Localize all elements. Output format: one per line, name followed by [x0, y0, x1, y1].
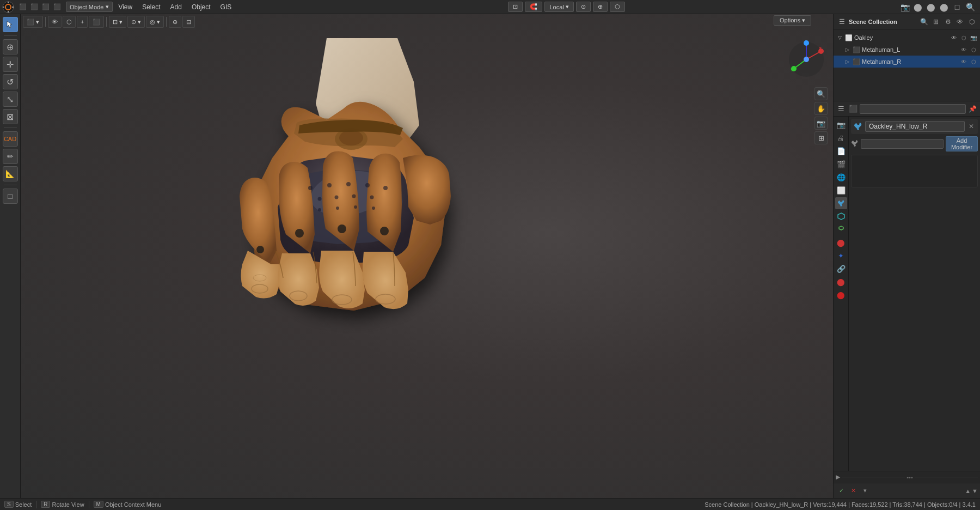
transform-pivot-btn[interactable]: ⊡: [508, 2, 523, 12]
add-tool-btn[interactable]: □: [3, 189, 18, 204]
add-menu[interactable]: Add: [166, 2, 186, 12]
annotate-tool-btn[interactable]: ✏: [3, 149, 18, 164]
cursor-tool-btn[interactable]: ⊕: [3, 39, 18, 54]
oakley-visibility-icon[interactable]: 👁: [950, 33, 958, 42]
viewport-add-btn[interactable]: +: [77, 16, 88, 28]
object-menu[interactable]: Object: [187, 2, 215, 12]
mr-visibility-icon[interactable]: 👁: [959, 57, 968, 66]
world-props-tab[interactable]: 🌐: [835, 171, 847, 183]
props-search-input[interactable]: [860, 104, 966, 114]
props-type-icon[interactable]: ⬛: [848, 104, 859, 114]
shader-icon-btn[interactable]: ⬛: [40, 2, 51, 13]
view-layer-props-tab[interactable]: 📄: [835, 145, 847, 157]
outliner-expand-icon[interactable]: ⊞: [931, 17, 941, 27]
constraint-props-tab[interactable]: 🔗: [835, 263, 847, 275]
viewport-shading-solid-btn[interactable]: ⬤: [912, 2, 923, 13]
scripting-icon-btn[interactable]: ⬛: [52, 2, 63, 13]
select-menu[interactable]: Select: [138, 2, 164, 12]
modifier-props-tab[interactable]: [835, 197, 847, 209]
chevron-down-icon[interactable]: ▾: [860, 485, 871, 496]
ml-select-icon[interactable]: ⬡: [969, 45, 978, 54]
check-active-icon[interactable]: ✓: [836, 485, 847, 496]
modifier-search-input[interactable]: [861, 139, 944, 149]
object-data-props-tab[interactable]: ⬤: [835, 276, 847, 288]
viewport[interactable]: ⬛ ▾ 👁 ⬡ + ⬛ ⊡ ▾ ⊙ ▾: [21, 14, 833, 498]
outliner-menu-icon[interactable]: ☰: [837, 17, 847, 27]
search-icon-btn[interactable]: 🔍: [965, 2, 976, 13]
viewport-snap-magnetic-btn[interactable]: ⊙ ▾: [127, 16, 145, 28]
particles-props-tab[interactable]: ✦: [835, 250, 847, 262]
cad-tool-btn[interactable]: CAD: [3, 131, 18, 147]
svg-point-27: [370, 196, 374, 199]
select-tool-btn[interactable]: [3, 17, 18, 32]
oakley-render-icon[interactable]: 📷: [969, 33, 978, 42]
viewport-shading-wire-btn[interactable]: □: [952, 2, 963, 13]
metahuman-l-actions: 👁 ⬡: [959, 45, 978, 54]
scale-tool-btn[interactable]: ⤡: [3, 92, 18, 107]
viewport-mirror-btn[interactable]: ⊟: [182, 16, 195, 28]
snap-btn[interactable]: 🧲: [525, 2, 542, 12]
viewport-pivot-btn[interactable]: ⊡ ▾: [109, 16, 126, 28]
up-arrow-icon[interactable]: ▲: [965, 488, 971, 494]
render-icon-btn[interactable]: 📷: [899, 2, 910, 13]
overlay-btn[interactable]: ⬡: [610, 2, 625, 12]
physics-props-tab[interactable]: ⬤: [835, 289, 847, 301]
snapping-extra-btn[interactable]: ⊕: [593, 2, 608, 12]
viewport-proportional-btn[interactable]: ◎ ▾: [146, 16, 164, 28]
viewport-shading-rendered-btn[interactable]: ⬤: [939, 2, 950, 13]
local-view-btn[interactable]: Local ▾: [544, 2, 573, 12]
props-menu-icon[interactable]: ☰: [836, 104, 847, 114]
rotate-label: Rotate View: [52, 501, 84, 508]
object-props-tab[interactable]: ⬜: [835, 184, 847, 196]
ml-visibility-icon[interactable]: 👁: [959, 45, 968, 54]
outliner-select-icon[interactable]: ⬡: [967, 17, 977, 27]
props-pin-icon[interactable]: 📌: [967, 104, 978, 114]
view-menu[interactable]: View: [114, 2, 137, 12]
scene-props-tab[interactable]: 🎬: [835, 158, 847, 170]
viewport-mode-btn[interactable]: ⬛ ▾: [23, 16, 43, 28]
mr-select-icon[interactable]: ⬡: [969, 57, 978, 66]
timeline-icon-btn[interactable]: ⬛: [29, 2, 40, 13]
viewport-snap-btn[interactable]: ⊕: [169, 16, 181, 28]
object-mode-selector[interactable]: Object Mode ▾: [66, 2, 113, 12]
viewport-shading-material-btn[interactable]: ⬤: [926, 2, 936, 13]
gis-menu[interactable]: GIS: [216, 2, 236, 12]
outliner-eye-icon[interactable]: 👁: [955, 17, 965, 27]
data-props-tab[interactable]: [835, 223, 847, 235]
measure-tool-btn[interactable]: 📐: [3, 166, 18, 181]
render-props-tab[interactable]: 📷: [835, 119, 847, 131]
transform-tool-btn[interactable]: ⊠: [3, 109, 18, 124]
x-icon[interactable]: ✕: [848, 485, 859, 496]
outliner-item-metahuman-r[interactable]: ▷ ⬛ Metahuman_R 👁 ⬡: [834, 56, 980, 68]
orthographic-icon-btn[interactable]: ⊞: [814, 131, 828, 144]
expand-metahuman-r-icon[interactable]: ▷: [843, 58, 851, 65]
down-arrow-icon[interactable]: ▼: [972, 488, 978, 494]
layout-icon-btn[interactable]: ⬛: [17, 2, 28, 13]
collection-icon: ⬜: [844, 33, 853, 42]
zoom-icon-btn[interactable]: 🔍: [814, 87, 828, 100]
outliner-item-oakley[interactable]: ▽ ⬜ Oakley 👁 ⬡ 📷: [834, 32, 980, 44]
outliner-filter-icon[interactable]: 🔍: [919, 17, 929, 27]
outliner-settings-icon[interactable]: ⚙: [943, 17, 953, 27]
camera-icon-btn[interactable]: 📷: [814, 117, 828, 130]
output-props-tab[interactable]: 🖨: [835, 132, 847, 144]
rotate-tool-btn[interactable]: ↺: [3, 74, 18, 89]
move-tool-btn[interactable]: ✛: [3, 57, 18, 72]
proportional-edit-btn[interactable]: ⊙: [576, 2, 591, 12]
navigation-gizmo[interactable]: X Y Z: [787, 40, 825, 78]
expand-oakley-icon[interactable]: ▽: [836, 34, 843, 41]
add-modifier-button[interactable]: Add Modifier: [946, 136, 978, 151]
viewport-object-btn[interactable]: ⬛: [89, 16, 104, 28]
oakley-select-icon[interactable]: ⬡: [959, 33, 968, 42]
object-properties-close-icon[interactable]: ✕: [967, 122, 976, 131]
outliner-item-metahuman-l[interactable]: ▷ ⬛ Metahuman_L 👁 ⬡: [834, 44, 980, 56]
collapse-indicator-icon[interactable]: ▶: [836, 473, 840, 481]
expand-metahuman-l-icon[interactable]: ▷: [843, 46, 851, 53]
viewport-select-type-btn[interactable]: ⬡: [63, 16, 76, 28]
shader-props-tab[interactable]: [835, 210, 847, 222]
material-props-tab[interactable]: ⬤: [835, 236, 847, 248]
object-name-field[interactable]: Oackley_HN_low_R: [865, 121, 965, 132]
viewport-view-btn[interactable]: 👁: [48, 16, 62, 28]
vp-sep-3: [166, 17, 167, 27]
hand-icon-btn[interactable]: ✋: [814, 102, 828, 115]
